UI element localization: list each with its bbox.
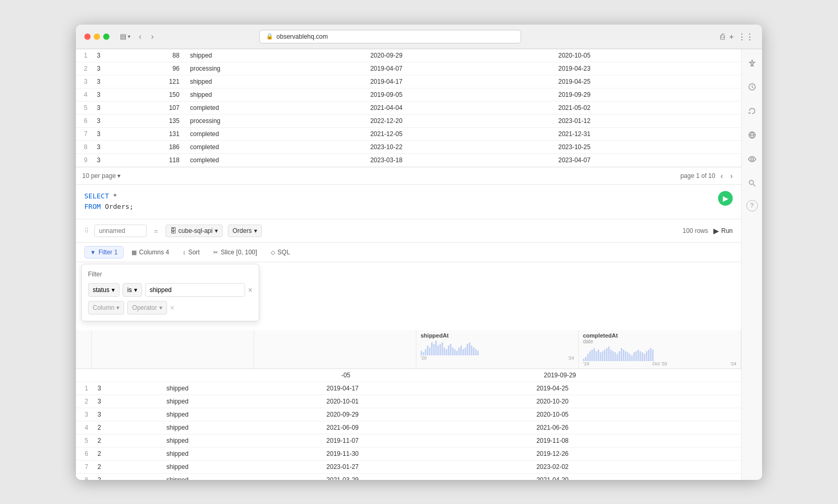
date1: 2022-12-20 xyxy=(365,114,553,127)
mini-bar xyxy=(635,351,637,362)
grid-button[interactable]: ⋮⋮ xyxy=(738,32,754,41)
date1: 2023-10-22 xyxy=(365,140,553,153)
date1: 2023-01-27 xyxy=(321,461,531,474)
share-button[interactable]: ⎙ xyxy=(720,32,725,41)
mini-bar xyxy=(614,352,616,361)
col1: 3 xyxy=(92,408,161,421)
back-button[interactable]: ‹ xyxy=(136,31,145,42)
sql-keyword-from: FROM xyxy=(84,203,101,210)
mini-bar xyxy=(465,348,466,356)
mini-bar xyxy=(585,357,587,361)
globe-icon[interactable] xyxy=(745,128,759,142)
date2: 2021-12-31 xyxy=(553,127,741,140)
rows-count: 100 rows xyxy=(682,227,708,234)
status: completed xyxy=(185,140,365,153)
status: processing xyxy=(185,62,365,75)
next-page-button[interactable]: › xyxy=(728,171,735,181)
filter-operator-select[interactable]: is ▾ xyxy=(123,283,142,297)
col1: 3 xyxy=(92,101,153,114)
filter-field-select[interactable]: status ▾ xyxy=(88,283,119,297)
browser-window: ▤▾ ‹ › 🔒 observablehq.com ⎙ + ⋮⋮ 1 3 88 … xyxy=(76,25,762,480)
forward-button[interactable]: › xyxy=(148,31,157,42)
maximize-button[interactable] xyxy=(103,33,109,40)
help-icon[interactable]: ? xyxy=(746,200,758,211)
new-tab-button[interactable]: + xyxy=(729,32,734,41)
per-page-button[interactable]: 10 per page ▾ xyxy=(82,172,120,180)
sql-run-button[interactable]: ▶ xyxy=(718,191,733,206)
mini-bar xyxy=(652,350,654,361)
search-icon[interactable] xyxy=(745,176,759,191)
filter-value-input[interactable] xyxy=(145,283,245,297)
result-row: 7 2 shipped 2023-01-27 2023-02-02 xyxy=(76,461,741,474)
table-row: 5 3 107 completed 2021-04-04 2021-05-02 xyxy=(76,101,741,114)
address-bar[interactable]: 🔒 observablehq.com xyxy=(259,30,521,43)
date2: 2020-10-05 xyxy=(553,49,741,62)
shippedat-chart xyxy=(421,340,574,355)
completedat-label-start: '19 xyxy=(583,361,589,366)
mini-bar xyxy=(462,349,464,355)
completedat-label: completedAt xyxy=(583,332,736,339)
history-icon[interactable] xyxy=(745,80,759,94)
mini-bar xyxy=(596,351,597,362)
run-button[interactable]: ▶ Run xyxy=(713,227,733,235)
remove-filter-button[interactable]: × xyxy=(170,304,174,312)
mini-bar xyxy=(644,354,645,361)
date2: 2019-04-25 xyxy=(531,382,741,395)
tab-sql[interactable]: ◇SQL xyxy=(265,246,296,259)
equals-sign: = xyxy=(154,227,158,235)
partial-row-date2: 2019-09-29 xyxy=(538,369,741,382)
status: completed xyxy=(185,101,365,114)
browser-actions: ⎙ + ⋮⋮ xyxy=(720,32,754,41)
status: shipped xyxy=(161,434,322,447)
partial-row-col1 xyxy=(92,369,134,382)
result-row: 2 3 shipped 2020-10-01 2020-10-20 xyxy=(76,395,741,408)
tab-slice[interactable]: ✂Slice [0, 100] xyxy=(207,246,262,259)
table-selector[interactable]: Orders ▾ xyxy=(228,225,262,237)
drag-handle[interactable]: ⠿ xyxy=(84,227,89,234)
mini-bar xyxy=(600,352,601,361)
date2: 2019-04-25 xyxy=(553,75,741,88)
tab-sort[interactable]: ↕Sort xyxy=(177,246,206,259)
eye-icon[interactable] xyxy=(745,152,759,166)
filter-clear-button[interactable]: × xyxy=(248,286,252,294)
completedat-chart xyxy=(583,345,736,361)
col1: 3 xyxy=(92,62,153,75)
mini-bar xyxy=(475,349,477,355)
mini-bar xyxy=(648,350,649,361)
mini-bar xyxy=(431,342,433,355)
date1: 2019-11-30 xyxy=(321,447,531,461)
close-button[interactable] xyxy=(84,33,91,40)
curved-arrow-icon[interactable] xyxy=(745,104,759,118)
status: shipped xyxy=(161,447,322,461)
status: shipped xyxy=(185,75,365,88)
bottom-table-area: shippedAt '20 '24 completedAt date xyxy=(76,330,741,479)
prev-page-button[interactable]: ‹ xyxy=(719,171,725,181)
row-num: 9 xyxy=(76,153,92,166)
tab-filter[interactable]: ▼Filter 1 xyxy=(84,246,124,259)
sidebar-toggle[interactable]: ▤▾ xyxy=(120,32,130,40)
col1: 2 xyxy=(92,447,161,461)
row-num: 6 xyxy=(76,114,92,127)
mini-bar xyxy=(452,348,454,356)
row-num: 1 xyxy=(76,49,92,62)
db-selector[interactable]: 🗄 cube-sql-api ▾ xyxy=(166,225,223,237)
minimize-button[interactable] xyxy=(94,33,100,40)
tab-columns[interactable]: ▦Columns 4 xyxy=(126,246,175,259)
pin-icon[interactable] xyxy=(745,55,759,70)
row-num: 8 xyxy=(76,140,92,153)
row-num: 4 xyxy=(76,88,92,101)
mini-bar xyxy=(591,350,593,361)
mini-bar xyxy=(473,348,475,356)
completedat-labels: '19 Oct '20 '24 xyxy=(583,361,736,366)
result-table: 1 3 shipped 2019-04-17 2019-04-25 2 3 sh… xyxy=(76,382,741,479)
filter-tabs: ▼Filter 1▦Columns 4↕Sort✂Slice [0, 100]◇… xyxy=(76,243,741,262)
add-filter-operator-select[interactable]: Operator ▾ xyxy=(127,301,167,315)
date1: 2021-03-29 xyxy=(321,474,531,480)
mini-bar xyxy=(637,350,639,361)
status: shipped xyxy=(185,49,365,62)
cell-name-input[interactable] xyxy=(94,225,147,237)
col-header-col1 xyxy=(92,330,254,368)
add-filter-column-select[interactable]: Column ▾ xyxy=(88,301,124,315)
table-row: 8 3 186 completed 2023-10-22 2023-10-25 xyxy=(76,140,741,153)
date1: 2021-04-04 xyxy=(365,101,553,114)
